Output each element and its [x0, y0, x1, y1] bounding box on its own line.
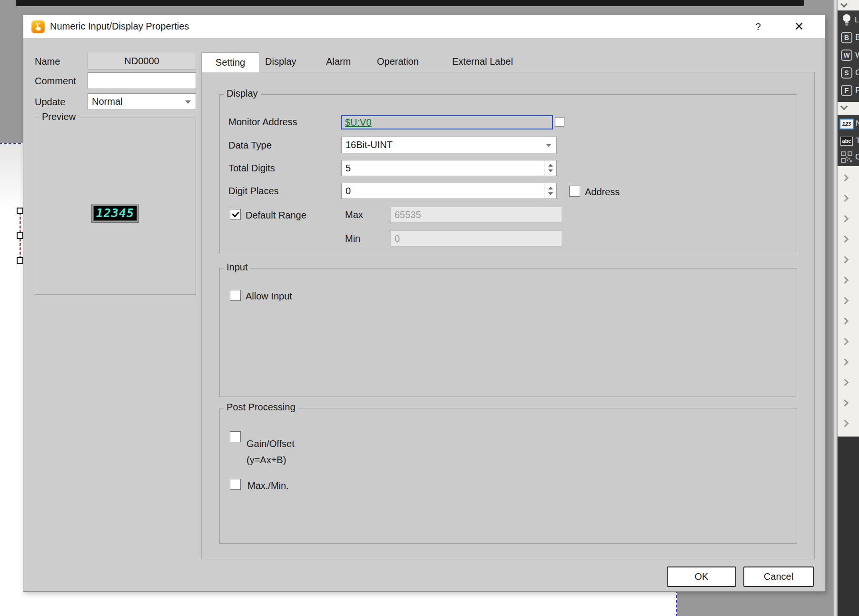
- expand-category-chevron-icon[interactable]: [841, 420, 849, 427]
- total-digits-value: 5: [346, 163, 351, 173]
- data-type-dropdown[interactable]: 16Bit-UINT: [341, 137, 557, 153]
- name-label: Name: [35, 56, 60, 67]
- toolbar-item-label: F: [855, 86, 859, 95]
- name-field: ND0000: [88, 53, 196, 70]
- post-processing-group: Post Processing Gain/Offset (y=Ax+B) Max…: [219, 408, 797, 544]
- total-digits-spinner[interactable]: 5: [341, 160, 557, 176]
- tab-setting[interactable]: Setting: [201, 52, 259, 72]
- allow-input-label[interactable]: Allow Input: [246, 291, 292, 302]
- gain-offset-checkbox[interactable]: [230, 431, 241, 442]
- toolbar-item-label: C: [855, 68, 859, 78]
- panel-splitter[interactable]: [833, 0, 838, 616]
- spin-down-icon[interactable]: [548, 192, 553, 195]
- selection-handle[interactable]: [17, 257, 23, 264]
- numeric-display-app-icon: [31, 20, 45, 33]
- numeric-input-display-properties-dialog: Numeric Input/Display Properties ? ✕ Nam…: [23, 15, 826, 592]
- setting-tab-panel: Display Monitor Address $U:V0 Data Type …: [201, 72, 815, 559]
- expand-category-chevron-icon[interactable]: [841, 195, 849, 202]
- expand-category-chevron-icon[interactable]: [841, 379, 849, 387]
- update-dropdown-value: Normal: [92, 96, 122, 107]
- toolbar-item-text-display[interactable]: abc T: [838, 133, 859, 149]
- expand-category-chevron-icon[interactable]: [841, 297, 849, 305]
- help-button[interactable]: ?: [751, 21, 765, 33]
- selection-handle[interactable]: [17, 208, 23, 214]
- monitor-address-input[interactable]: $U:V0: [341, 115, 553, 129]
- lightbulb-icon: [841, 13, 852, 27]
- collapse-group-chevron-icon[interactable]: [840, 103, 848, 110]
- toolbar-item-label: T: [856, 136, 859, 146]
- update-label: Update: [35, 97, 66, 108]
- gain-offset-formula: (y=Ax+B): [247, 455, 286, 466]
- cancel-button[interactable]: Cancel: [743, 566, 814, 587]
- touch-hand-icon: [33, 22, 43, 31]
- comment-input[interactable]: [88, 72, 196, 89]
- text-abc-icon: abc: [840, 137, 853, 146]
- address-checkbox[interactable]: [569, 186, 580, 197]
- monitor-address-browse-button[interactable]: [555, 117, 564, 127]
- toolbar-item-label: B: [855, 33, 859, 42]
- digit-places-value: 0: [346, 186, 351, 196]
- gain-offset-label[interactable]: Gain/Offset: [247, 438, 295, 449]
- expand-category-chevron-icon[interactable]: [841, 338, 849, 346]
- default-range-label[interactable]: Default Range: [246, 210, 306, 221]
- selection-handle[interactable]: [17, 232, 23, 239]
- spinner-buttons[interactable]: [544, 160, 556, 176]
- max-min-checkbox[interactable]: [230, 479, 241, 490]
- expand-category-chevron-icon[interactable]: [841, 399, 849, 407]
- expand-category-chevron-icon[interactable]: [841, 277, 849, 284]
- tab-external-label[interactable]: External Label: [452, 56, 513, 67]
- address-checkbox-label[interactable]: Address: [585, 187, 620, 198]
- expand-category-chevron-icon[interactable]: [841, 358, 849, 366]
- expand-category-chevron-icon[interactable]: [841, 318, 849, 325]
- badge-b-icon: B: [841, 32, 852, 43]
- max-label: Max: [345, 209, 363, 220]
- expand-category-chevron-icon[interactable]: [841, 215, 849, 223]
- toolbar-item-label: C: [855, 152, 859, 162]
- top-window-strip: [16, 0, 804, 6]
- toolbar-item-function-switch[interactable]: F F: [838, 82, 859, 99]
- collapse-group-chevron-icon[interactable]: [840, 0, 848, 8]
- tab-display[interactable]: Display: [265, 56, 296, 67]
- allow-input-checkbox[interactable]: [230, 290, 241, 301]
- spin-up-icon[interactable]: [548, 187, 553, 189]
- tab-operation[interactable]: Operation: [377, 56, 419, 67]
- min-label: Min: [345, 233, 360, 244]
- close-button[interactable]: ✕: [790, 20, 808, 34]
- badge-s-icon: S: [841, 67, 852, 79]
- update-dropdown[interactable]: Normal: [88, 93, 196, 110]
- toolbar-item-label: W: [855, 50, 859, 60]
- monitor-address-label: Monitor Address: [228, 117, 297, 128]
- expand-category-chevron-icon[interactable]: [841, 174, 849, 182]
- app-root: Numeric Input/Display Properties ? ✕ Nam…: [0, 0, 859, 616]
- default-range-checkbox[interactable]: [230, 209, 241, 220]
- max-min-label[interactable]: Max./Min.: [247, 480, 289, 491]
- dialog-titlebar: Numeric Input/Display Properties ? ✕: [23, 15, 825, 38]
- spin-down-icon[interactable]: [548, 169, 553, 172]
- display-group: Display Monitor Address $U:V0 Data Type …: [219, 94, 797, 254]
- digit-places-spinner[interactable]: 0: [341, 183, 557, 199]
- spin-up-icon[interactable]: [548, 164, 553, 167]
- chevron-down-icon: [185, 100, 191, 104]
- chevron-down-icon: [546, 144, 552, 147]
- tab-alarm[interactable]: Alarm: [326, 56, 351, 67]
- spinner-buttons[interactable]: [544, 183, 556, 199]
- toolbar-item-screen-switch[interactable]: S C: [838, 64, 859, 81]
- toolbar-bottom-filler: [838, 437, 859, 616]
- input-group: Input Allow Input: [219, 268, 797, 397]
- toolbar-item-lamp[interactable]: L: [838, 11, 859, 29]
- data-type-value: 16Bit-UINT: [346, 139, 393, 150]
- expand-category-chevron-icon[interactable]: [841, 256, 849, 264]
- toolbar-item-code-display[interactable]: C: [838, 149, 859, 165]
- toolbar-item-numerical-display[interactable]: 123 N: [838, 116, 859, 132]
- display-object-group: 123 N abc T C: [838, 115, 859, 166]
- ok-button[interactable]: OK: [667, 566, 736, 587]
- preview-groupbox: Preview 12345: [35, 118, 196, 295]
- data-type-label: Data Type: [228, 140, 272, 151]
- toolbar-item-word-switch[interactable]: W W: [838, 47, 859, 64]
- input-group-title: Input: [224, 262, 250, 273]
- switch-lamp-group: L B B W W S C F F: [838, 10, 859, 102]
- expand-category-chevron-icon[interactable]: [841, 236, 849, 243]
- toolbar-item-bit-switch[interactable]: B B: [838, 29, 859, 46]
- comment-label: Comment: [35, 76, 76, 87]
- qr-code-icon: [841, 151, 852, 163]
